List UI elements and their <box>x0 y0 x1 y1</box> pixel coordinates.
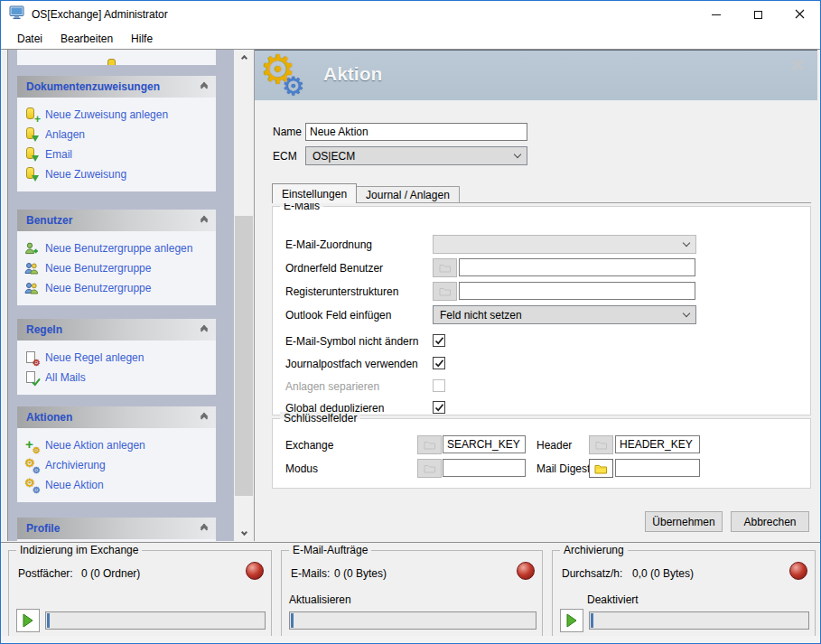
panel-title: Aktion <box>323 63 382 85</box>
archive-sub-label: Deaktiviert <box>587 593 639 606</box>
progress-sliver <box>291 613 294 628</box>
collapse-chevron-icon[interactable] <box>201 217 207 224</box>
modus-folder-button <box>417 459 442 478</box>
modus-input[interactable] <box>443 459 526 477</box>
sidebar-item-neue-benutzergruppe-anlegen[interactable]: Neue Benutzergruppe anlegen <box>17 238 216 258</box>
chevron-down-icon <box>683 310 690 317</box>
zuordnung-dropdown[interactable] <box>433 235 696 254</box>
menu-bearbeiten[interactable]: Bearbeiten <box>51 33 122 45</box>
check-journal-checkbox[interactable] <box>433 357 445 369</box>
header-gear-blue-icon: ⚙ <box>282 74 304 99</box>
sidebar-item-label: Neue Zuweisung anlegen <box>45 108 168 121</box>
section-title: Aktionen <box>26 411 72 424</box>
doc-arrow-icon <box>24 147 39 162</box>
modus-label: Modus <box>285 462 318 475</box>
minimize-icon <box>712 14 721 15</box>
status-row: Indizierung im Exchange Postfächer: 0 (0… <box>1 542 820 639</box>
section-header-profile[interactable]: Profile <box>17 518 216 539</box>
sidebar-item-neue-zuweisung[interactable]: Neue Zuweisung <box>17 164 216 184</box>
outlook-dropdown[interactable]: Feld nicht setzen <box>433 305 696 324</box>
cancel-button[interactable]: Abbrechen <box>731 511 809 532</box>
section-header-benutzer[interactable]: Benutzer <box>17 210 216 231</box>
ecm-label: ECM <box>273 150 305 163</box>
sidebar-item-neue-zuweisung-anlegen[interactable]: + Neue Zuweisung anlegen <box>17 105 216 125</box>
collapse-chevron-icon[interactable] <box>201 525 207 532</box>
status-led-red <box>789 562 807 580</box>
maximize-button[interactable] <box>737 1 779 28</box>
section-header-dokumentenzuweisungen[interactable]: Dokumentenzuweisungen <box>17 76 216 98</box>
section-header-regeln[interactable]: Regeln <box>17 319 216 341</box>
archive-play-button[interactable] <box>560 609 583 632</box>
sidebar-item-all-mails[interactable]: All Mails <box>17 368 216 387</box>
section-card-aktionen: +⚙ Neue Aktion anlegen ⚙⚙ Archivierung ⚙… <box>17 428 216 502</box>
collapse-chevron-icon[interactable] <box>201 414 207 421</box>
close-button[interactable] <box>779 1 820 28</box>
tab-strip: Einstellungen Journal / Anlagen <box>272 183 460 203</box>
scroll-down-button[interactable] <box>234 526 254 541</box>
sidebar-item-anlagen[interactable]: Anlagen <box>17 125 216 145</box>
check-icon <box>434 336 444 346</box>
menu-datei[interactable]: Datei <box>8 33 51 45</box>
jobs-panel: E-Mail-Aufträge E-Mails: 0 (0 Bytes) Akt… <box>281 550 543 638</box>
ordnerfeld-folder-button <box>433 258 457 277</box>
check-symbol-checkbox[interactable] <box>433 334 445 347</box>
workspace: Dokumentenzuweisungen + Neue Zuweisung a… <box>1 50 820 542</box>
header-key-input[interactable] <box>615 435 700 453</box>
section-header-aktionen[interactable]: Aktionen <box>17 406 216 428</box>
collapse-chevron-icon[interactable] <box>201 83 207 90</box>
ordnerfeld-input[interactable] <box>459 258 695 276</box>
sidebar-item-neue-regel-anlegen[interactable]: ⚙ Neue Regel anlegen <box>17 348 216 368</box>
scroll-up-button[interactable] <box>234 50 254 65</box>
outlook-label: Outlook Feld einfügen <box>285 309 391 322</box>
sidebar-item-neue-aktion-anlegen[interactable]: +⚙ Neue Aktion anlegen <box>17 435 216 455</box>
status-led-red <box>246 562 264 580</box>
doc-arrow-icon <box>24 127 39 142</box>
check-global-checkbox[interactable] <box>433 401 445 414</box>
client-area: Dokumentenzuweisungen + Neue Zuweisung a… <box>1 49 820 643</box>
scrollbar-thumb[interactable] <box>235 216 253 496</box>
indexing-panel: Indizierung im Exchange Postfächer: 0 (0… <box>8 550 272 638</box>
maildigest-label: Mail Digest <box>536 462 590 475</box>
maildigest-input[interactable] <box>615 459 700 477</box>
partial-item-icon <box>107 59 116 65</box>
titlebar: OS[Exchange] Administrator <box>1 1 820 28</box>
sidebar-item-label: Neue Benutzergruppe <box>45 262 151 275</box>
sidebar-item-neue-benutzergruppe-1[interactable]: Neue Benutzergruppe <box>17 258 216 278</box>
jobs-title: E-Mail-Aufträge <box>289 544 371 556</box>
archive-panel: Archivierung Durchsatz/h: 0,0 (0 Bytes) … <box>552 550 816 638</box>
sidebar-scrollbar[interactable] <box>234 50 254 541</box>
sidebar-item-email[interactable]: Email <box>17 145 216 164</box>
sidebar-item-label: Neue Benutzergruppe <box>45 282 151 294</box>
tab-journal-anlagen[interactable]: Journal / Anlagen <box>357 186 460 203</box>
jobs-progress-bar <box>289 611 536 630</box>
check-icon <box>434 359 444 369</box>
users-icon <box>24 281 39 295</box>
jobs-label: E-Mails: <box>291 567 330 580</box>
chevron-up-icon <box>240 55 247 61</box>
panel-close-icon[interactable] <box>790 58 805 76</box>
section-title: Profile <box>26 522 60 535</box>
ecm-row: ECM OS|ECM <box>273 146 527 165</box>
sidebar-item-label: Email <box>45 148 72 161</box>
indexing-title: Indizierung im Exchange <box>16 544 142 556</box>
sidebar-item-neue-benutzergruppe-2[interactable]: Neue Benutzergruppe <box>17 278 216 298</box>
exchange-input[interactable] <box>443 435 526 453</box>
jobs-sub-label: Aktualisieren <box>289 593 351 606</box>
indexing-label: Postfächer: <box>18 567 73 580</box>
minimize-button[interactable] <box>695 1 737 28</box>
maildigest-folder-button[interactable] <box>589 459 613 478</box>
sidebar-item-archivierung[interactable]: ⚙⚙ Archivierung <box>17 455 216 475</box>
sidebar-item-label: Neue Benutzergruppe anlegen <box>45 242 192 255</box>
menu-hilfe[interactable]: Hilfe <box>122 33 162 45</box>
name-input[interactable] <box>305 123 527 141</box>
sidebar-item-neue-aktion[interactable]: ⚙⚙ Neue Aktion <box>17 475 216 495</box>
archive-title: Archivierung <box>560 544 628 556</box>
sidebar-item-label: All Mails <box>45 371 86 384</box>
tab-einstellungen[interactable]: Einstellungen <box>272 183 357 203</box>
ecm-dropdown[interactable]: OS|ECM <box>305 146 527 165</box>
indexing-play-button[interactable] <box>16 609 40 632</box>
register-input[interactable] <box>459 282 695 300</box>
collapse-chevron-icon[interactable] <box>201 326 207 333</box>
header-folder-button <box>589 435 613 454</box>
apply-button[interactable]: Übernehmen <box>645 511 723 532</box>
